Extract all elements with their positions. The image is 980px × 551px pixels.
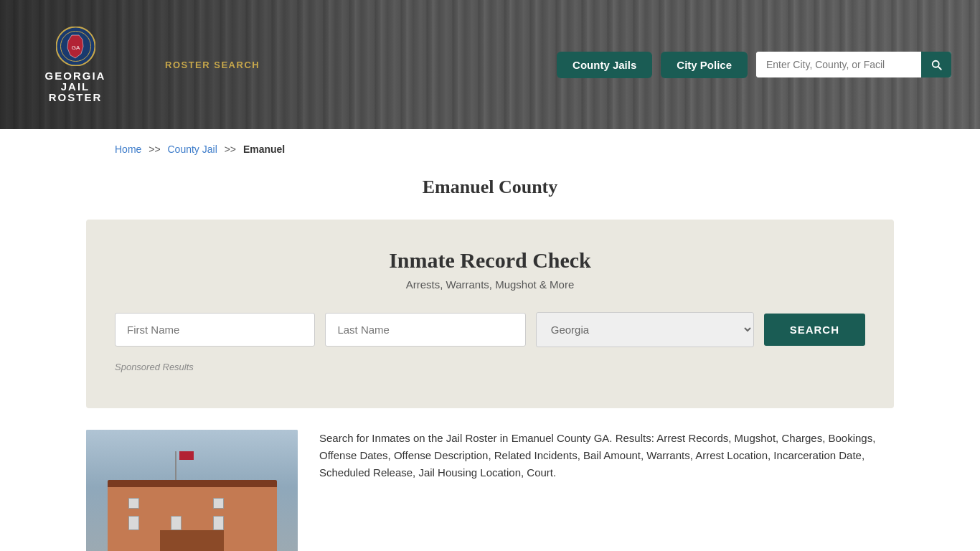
site-logo[interactable]: GA GEORGIA JAIL ROSTER: [29, 27, 122, 103]
record-search-row: AlabamaAlaskaArizonaArkansasCaliforniaCo…: [115, 312, 865, 347]
svg-text:GA: GA: [71, 44, 80, 51]
breadcrumb-current: Emanuel: [243, 143, 285, 155]
site-header: GA GEORGIA JAIL ROSTER ROSTER SEARCH Cou…: [0, 0, 980, 129]
header-search-bar: [756, 52, 951, 77]
header-search-button[interactable]: [921, 52, 951, 77]
city-police-button[interactable]: City Police: [661, 52, 748, 78]
page-title: Emanuel County: [0, 162, 980, 220]
bottom-section: Search for Inmates on the Jail Roster in…: [0, 408, 980, 551]
record-search-button[interactable]: SEARCH: [764, 314, 865, 346]
last-name-input[interactable]: [325, 313, 525, 347]
record-check-subtitle: Arrests, Warrants, Mugshot & More: [115, 278, 865, 291]
search-icon: [930, 58, 943, 71]
nav-right: County Jails City Police: [557, 52, 951, 78]
header-search-input[interactable]: [756, 52, 921, 77]
jail-building-illustration: [86, 430, 298, 551]
georgia-seal-icon: GA: [56, 27, 95, 66]
breadcrumb-sep1: >>: [149, 143, 160, 155]
first-name-input[interactable]: [115, 313, 315, 347]
breadcrumb-sep2: >>: [225, 143, 236, 155]
breadcrumb: Home >> County Jail >> Emanuel: [0, 129, 980, 162]
logo-line3: ROSTER: [49, 92, 103, 103]
roster-search-nav[interactable]: ROSTER SEARCH: [165, 60, 260, 70]
logo-line2: JAIL: [61, 81, 90, 92]
record-check-title: Inmate Record Check: [115, 248, 865, 273]
jail-image: [86, 430, 298, 551]
state-select[interactable]: AlabamaAlaskaArizonaArkansasCaliforniaCo…: [536, 312, 754, 347]
county-jails-button[interactable]: County Jails: [557, 52, 652, 78]
logo-line1: GEORGIA: [45, 70, 106, 81]
description-text: Search for Inmates on the Jail Roster in…: [319, 430, 894, 481]
record-check-section: Inmate Record Check Arrests, Warrants, M…: [86, 220, 894, 408]
breadcrumb-county-jail[interactable]: County Jail: [168, 143, 217, 155]
sponsored-results-label: Sponsored Results: [115, 362, 865, 372]
breadcrumb-home[interactable]: Home: [115, 143, 141, 155]
